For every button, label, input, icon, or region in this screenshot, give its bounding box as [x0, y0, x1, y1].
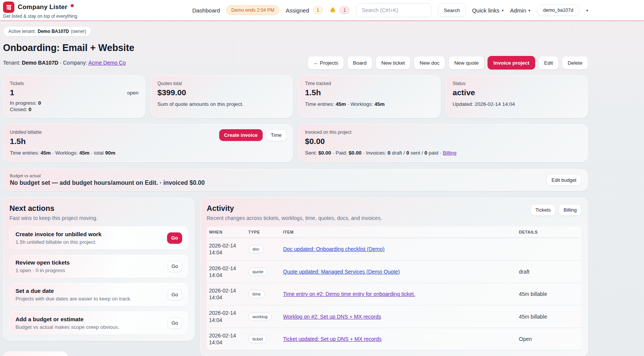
building-icon	[5, 4, 12, 11]
next-actions-panel: Next actions Fast wins to keep this proj…	[3, 198, 195, 341]
status-value: active	[453, 88, 582, 97]
active-tenant-pill: Active tenant: Demo BA107D (owner)	[3, 26, 91, 37]
activity-title: Activity	[207, 204, 382, 213]
nav-assigned-link[interactable]: Assigned	[286, 7, 309, 14]
project-toolbar: ← Projects Board New ticket New doc New …	[308, 56, 588, 70]
next-actions-subtitle: Fast wins to keep this project moving.	[9, 215, 188, 221]
activity-item-link[interactable]: Worklog on #2: Set up DNS + MX records	[283, 314, 381, 320]
go-button[interactable]: Go	[167, 317, 182, 329]
time-tracked-sub: Time entries: 45m · Worklogs: 45m	[305, 101, 434, 108]
company-link[interactable]: Acme Demo Co	[88, 60, 126, 66]
brand: Company Lister Get listed & stay on top …	[3, 2, 78, 19]
user-menu-pill[interactable]: demo_ba107d	[537, 5, 580, 16]
delete-button[interactable]: Delete	[562, 56, 588, 70]
back-to-projects-button[interactable]: ← Projects	[308, 56, 344, 70]
go-button[interactable]: Go	[167, 289, 182, 300]
budget-card: Budget vs actual No budget set — add bud…	[3, 169, 588, 191]
app-logo-icon[interactable]	[3, 2, 14, 13]
create-invoice-button[interactable]: Create invoice	[219, 129, 263, 141]
go-button[interactable]: Go	[167, 232, 182, 244]
edit-budget-button[interactable]: Edit budget	[546, 174, 581, 186]
activity-row: 2026-02-14 14:04 time Time entry on #2: …	[207, 283, 582, 305]
nav-dashboard-link[interactable]: Dashboard	[192, 7, 220, 14]
tickets-in-progress: In progress: 0	[10, 100, 139, 106]
page-title: Onboarding: Email + Website	[3, 42, 588, 53]
activity-item-link[interactable]: Quote updated: Managed Services (Demo Qu…	[283, 269, 400, 275]
invoiced-sub: Sent: $0.00 · Paid: $0.00 · Invoices: 0 …	[305, 150, 581, 156]
activity-row: 2026-02-14 14:04 quote Quote updated: Ma…	[207, 261, 582, 283]
activity-details: draft	[519, 269, 579, 275]
demo-ends-badge: Demo ends 2:04 PM	[226, 5, 279, 15]
notification-count-badge: 1	[339, 6, 350, 14]
tickets-count: 1	[10, 88, 14, 97]
quotes-total-sub: Sum of quote amounts on this project.	[158, 101, 286, 108]
unbilled-sub: Time entries: 45m · Worklogs: 45m · tota…	[10, 150, 286, 156]
go-button[interactable]: Go	[167, 261, 182, 272]
type-badge: time	[248, 290, 265, 298]
tickets-closed: Closed: 0	[10, 107, 139, 112]
project-meta: Tenant: Demo BA107D · Company: Acme Demo…	[3, 60, 126, 66]
admin-dropdown[interactable]: Admin ▾	[510, 7, 530, 14]
chevron-down-icon: ▾	[502, 8, 503, 12]
user-chevron-down-icon[interactable]: ▾	[586, 8, 588, 12]
active-tenant-name: Demo BA107D	[38, 29, 69, 34]
search-button[interactable]: Search	[438, 3, 466, 17]
type-badge: doc	[248, 245, 264, 253]
app-tagline: Get listed & stay on top of everything.	[3, 14, 78, 19]
type-badge: ticket	[248, 335, 267, 343]
activity-table-header: WHEN TYPE ITEM DETAILS	[207, 226, 582, 238]
budget-line: No budget set — add budget hours/amount …	[10, 180, 205, 186]
status-updated: Updated: 2026-02-14 14:04	[453, 101, 582, 108]
bell-icon[interactable]	[329, 7, 336, 14]
time-button[interactable]: Time	[266, 129, 286, 141]
board-button[interactable]: Board	[347, 56, 372, 70]
assigned-count-badge: 1	[313, 6, 323, 14]
activity-details: Open	[519, 336, 579, 342]
activity-item-link[interactable]: Doc updated: Onboarding checklist (Demo)	[283, 246, 384, 252]
budget-label: Budget vs actual	[10, 173, 205, 178]
quotes-total-value: $399.00	[158, 88, 286, 97]
activity-row: 2026-02-14 14:04 ticket Ticket updated: …	[207, 328, 582, 350]
unbilled-billable-card: Unbilled billable 1.5h Time entries: 45m…	[3, 124, 293, 162]
partial-next-card	[3, 351, 68, 356]
activity-row: 2026-02-14 14:04 worklog Worklog on #2: …	[207, 305, 582, 328]
time-tracked-card: Time tracked 1.5h Time entries: 45m · Wo…	[298, 75, 441, 118]
search-input[interactable]	[356, 3, 432, 17]
activity-subtitle: Recent changes across tickets, worklogs,…	[207, 215, 382, 221]
chevron-down-icon: ▾	[528, 8, 530, 12]
action-set-due-date: Set a due date Projects with due dates a…	[9, 283, 188, 306]
active-tenant-label: Active tenant:	[8, 29, 36, 34]
activity-billing-button[interactable]: Billing	[559, 204, 582, 216]
invoiced-card: Invoiced on this project $0.00 Sent: $0.…	[298, 124, 588, 162]
new-quote-button[interactable]: New quote	[449, 56, 485, 70]
quick-links-dropdown[interactable]: Quick links ▾	[472, 7, 504, 14]
edit-button[interactable]: Edit	[539, 56, 559, 70]
invoiced-value: $0.00	[305, 137, 581, 146]
type-badge: worklog	[248, 313, 272, 321]
activity-panel: Activity Recent changes across tickets, …	[200, 198, 588, 356]
action-create-invoice: Create invoice for unbilled work 1.5h un…	[9, 226, 188, 249]
brand-dot-icon	[71, 4, 74, 7]
action-add-budget: Add a budget or estimate Budget vs actua…	[9, 311, 188, 334]
status-card: Status active Updated: 2026-02-14 14:04	[446, 75, 588, 118]
billing-link[interactable]: Billing	[443, 150, 457, 156]
invoice-project-button[interactable]: Invoice project	[488, 56, 535, 70]
activity-row: 2026-02-14 14:04 doc Doc updated: Onboar…	[207, 238, 582, 260]
next-actions-title: Next actions	[9, 204, 188, 213]
quotes-total-card: Quotes total $399.00 Sum of quote amount…	[151, 75, 293, 118]
activity-tickets-button[interactable]: Tickets	[531, 204, 556, 216]
active-tenant-role: (owner)	[71, 29, 86, 34]
activity-item-link[interactable]: Time entry on #2: Demo time entry for on…	[283, 291, 415, 297]
tickets-open-tag: open	[127, 90, 138, 96]
action-review-tickets: Review open tickets 1 open · 0 in progre…	[9, 255, 188, 278]
time-tracked-value: 1.5h	[305, 88, 434, 97]
activity-item-link[interactable]: Ticket updated: Set up DNS + MX records	[283, 336, 382, 342]
type-badge: quote	[248, 268, 268, 276]
tickets-card: Tickets 1 open In progress: 0 Closed: 0	[3, 75, 146, 118]
new-doc-button[interactable]: New doc	[414, 56, 445, 70]
new-ticket-button[interactable]: New ticket	[376, 56, 410, 70]
top-header: Company Lister Get listed & stay on top …	[0, 0, 644, 21]
activity-details: 45m billable	[519, 291, 579, 297]
app-title: Company Lister	[18, 3, 67, 11]
activity-details: 45m billable	[519, 314, 579, 320]
